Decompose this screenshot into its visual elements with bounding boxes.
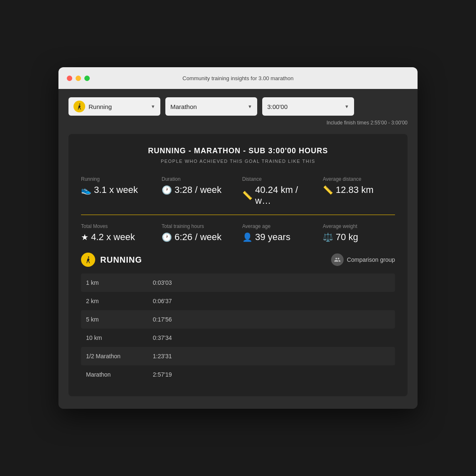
stat-running-label: Running: [81, 176, 153, 182]
event-arrow: ▼: [248, 104, 252, 109]
sport-dropdown[interactable]: Running ▼: [68, 97, 160, 116]
clock-gray-icon: 🕐: [162, 232, 172, 242]
pace-time: 0:06'37: [153, 298, 172, 304]
group-icon: [334, 256, 341, 263]
stat-running-value: 3.1 x week: [94, 185, 138, 195]
stat-avg-age-value-row: 👤 39 years: [242, 232, 314, 243]
pace-distance: 1/2 Marathon: [86, 353, 153, 360]
stat-distance-label: Distance: [242, 176, 314, 182]
stat-training-hours-value: 6:26 / week: [175, 232, 222, 243]
stat-total-moves: Total Moves ★ 4.2 x week: [81, 223, 153, 243]
pace-row: 1 km 0:03'03: [81, 273, 395, 292]
ruler2-icon: 📏: [323, 185, 333, 195]
pace-time: 1:23'31: [153, 353, 172, 360]
time-label: 3:00'00: [267, 103, 341, 110]
stat-training-hours-label: Total training hours: [162, 223, 234, 229]
stat-training-hours: Total training hours 🕐 6:26 / week: [162, 223, 234, 243]
pace-row: Marathon 2:57'19: [81, 365, 395, 384]
running-title-group: RUNNING: [81, 253, 142, 267]
window-title: Community training insights for 3.00 mar…: [182, 75, 294, 81]
stat-duration-value-row: 🕐 3:28 / week: [162, 185, 234, 195]
running-circle-icon: [81, 253, 95, 267]
running-shoe-icon: 👟: [81, 185, 91, 195]
pace-distance: 1 km: [86, 279, 153, 286]
traffic-lights: [67, 76, 90, 81]
stat-avg-weight: Average weight ⚖️ 70 kg: [323, 223, 395, 243]
shoe-icon: [76, 103, 83, 110]
ruler-icon: 📏: [242, 190, 253, 200]
app-window: Community training insights for 3.00 mar…: [58, 67, 418, 409]
event-dropdown[interactable]: Marathon ▼: [165, 97, 257, 116]
section-title: RUNNING - MARATHON - SUB 3:00'00 HOURS: [81, 147, 395, 155]
clock-icon: 🕐: [162, 185, 172, 195]
pace-time: 0:37'34: [153, 334, 172, 341]
pace-distance: 5 km: [86, 316, 153, 323]
running-section: RUNNING Comparison group 1 km 0:03'03: [81, 253, 395, 384]
running-title-text: RUNNING: [100, 255, 142, 265]
stat-running: Running 👟 3.1 x week: [81, 176, 153, 206]
stat-total-moves-label: Total Moves: [81, 223, 153, 229]
pace-row: 10 km 0:37'34: [81, 329, 395, 347]
close-button[interactable]: [67, 76, 72, 81]
stat-duration: Duration 🕐 3:28 / week: [162, 176, 234, 206]
stat-total-moves-value-row: ★ 4.2 x week: [81, 232, 153, 243]
stat-running-value-row: 👟 3.1 x week: [81, 185, 153, 195]
running-header: RUNNING Comparison group: [81, 253, 395, 267]
star-icon: ★: [81, 232, 89, 242]
main-content: RUNNING - MARATHON - SUB 3:00'00 HOURS P…: [68, 134, 408, 396]
pace-time: 0:03'03: [153, 279, 172, 286]
sport-icon: [73, 101, 85, 112]
stat-distance-value: 40.24 km / w…: [255, 185, 314, 206]
person-icon: 👤: [242, 232, 253, 242]
stat-avg-distance-value-row: 📏 12.83 km: [323, 185, 395, 195]
weight-icon: ⚖️: [323, 232, 333, 242]
event-label: Marathon: [170, 103, 244, 110]
pace-distance: Marathon: [86, 371, 153, 378]
comparison-label: Comparison group: [347, 256, 395, 263]
dropdowns-row: Running ▼ Marathon ▼ 3:00'00 ▼: [68, 97, 408, 116]
pace-row: 2 km 0:06'37: [81, 292, 395, 310]
pace-time: 0:17'56: [153, 316, 172, 323]
pace-distance: 10 km: [86, 334, 153, 341]
time-dropdown[interactable]: 3:00'00 ▼: [262, 97, 354, 116]
stat-avg-distance-value: 12.83 km: [336, 185, 374, 195]
finish-times-note: Include finish times 2:55'00 - 3:00'00: [68, 120, 408, 126]
stat-avg-weight-value: 70 kg: [336, 232, 358, 243]
stat-avg-distance-label: Average distance: [323, 176, 395, 182]
stat-distance: Distance 📏 40.24 km / w…: [242, 176, 314, 206]
pace-distance: 2 km: [86, 298, 153, 304]
stat-avg-age: Average age 👤 39 years: [242, 223, 314, 243]
comparison-icon: [331, 253, 344, 266]
stat-avg-age-value: 39 years: [255, 232, 290, 243]
stat-avg-distance: Average distance 📏 12.83 km: [323, 176, 395, 206]
stat-training-hours-value-row: 🕐 6:26 / week: [162, 232, 234, 243]
stat-distance-value-row: 📏 40.24 km / w…: [242, 185, 314, 206]
minimize-button[interactable]: [76, 76, 81, 81]
stat-total-moves-value: 4.2 x week: [91, 232, 135, 243]
sport-label: Running: [89, 103, 147, 110]
comparison-group: Comparison group: [331, 253, 395, 266]
stat-avg-weight-label: Average weight: [323, 223, 395, 229]
sport-arrow: ▼: [151, 104, 155, 109]
pace-row: 5 km 0:17'56: [81, 310, 395, 329]
stats-top-grid: Running 👟 3.1 x week Duration 🕐 3:28 / w…: [81, 176, 395, 206]
app-body: Running ▼ Marathon ▼ 3:00'00 ▼ Include f…: [58, 89, 418, 409]
section-subtitle: PEOPLE WHO ACHIEVED THIS GOAL TRAINED LI…: [81, 159, 395, 164]
stat-avg-weight-value-row: ⚖️ 70 kg: [323, 232, 395, 243]
pace-time: 2:57'19: [153, 371, 172, 378]
titlebar: Community training insights for 3.00 mar…: [58, 67, 418, 89]
pace-row: 1/2 Marathon 1:23'31: [81, 347, 395, 365]
stat-duration-label: Duration: [162, 176, 234, 182]
pace-table: 1 km 0:03'03 2 km 0:06'37 5 km 0:17'56 1…: [81, 273, 395, 384]
stat-duration-value: 3:28 / week: [175, 185, 222, 195]
time-arrow: ▼: [344, 104, 349, 109]
maximize-button[interactable]: [84, 76, 90, 81]
shoe2-icon: [84, 256, 92, 263]
stats-divider: [81, 215, 395, 215]
stat-avg-age-label: Average age: [242, 223, 314, 229]
stats-bottom-grid: Total Moves ★ 4.2 x week Total training …: [81, 223, 395, 243]
